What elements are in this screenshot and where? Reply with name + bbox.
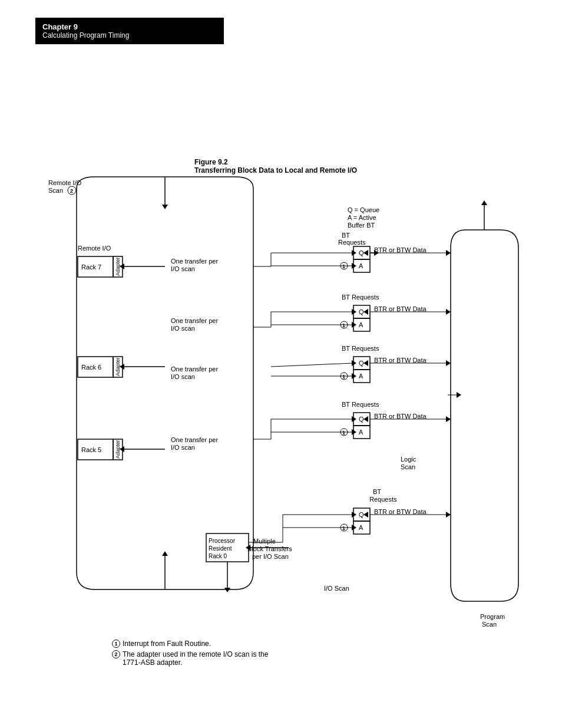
svg-text:Rack 5: Rack 5 [81,446,101,453]
svg-marker-27 [352,250,356,256]
svg-text:1: 1 [342,322,345,328]
svg-marker-107 [162,551,168,556]
svg-line-71 [271,363,353,367]
svg-text:BTR or BTW Data: BTR or BTW Data [374,305,427,312]
svg-text:Q: Q [359,360,364,367]
svg-text:One transfer per: One transfer per [171,365,218,373]
svg-text:BTR or BTW Data: BTR or BTW Data [374,246,427,253]
chapter-number: Chapter 9 [42,22,217,31]
svg-text:1: 1 [342,263,345,269]
svg-text:1: 1 [342,430,345,436]
svg-text:BTR or BTW Data: BTR or BTW Data [374,413,427,420]
svg-marker-132 [352,525,356,531]
svg-text:A: A [359,262,363,269]
svg-text:Requests: Requests [338,239,366,246]
svg-text:A: A [359,321,363,328]
svg-text:Block Transfers: Block Transfers [247,545,292,552]
svg-marker-62 [363,309,368,315]
svg-text:Logic: Logic [401,456,416,463]
svg-marker-99 [352,429,356,435]
svg-marker-63 [446,309,451,315]
svg-marker-29 [352,263,356,269]
svg-text:1: 1 [342,374,345,380]
svg-text:A: A [359,429,363,436]
svg-text:Requests: Requests [369,496,397,503]
svg-text:per I/O Scan: per I/O Scan [252,553,289,560]
svg-text:Q: Q [359,249,364,256]
svg-text:Buffer  BT: Buffer BT [348,222,375,229]
svg-marker-72 [352,360,356,366]
svg-marker-57 [352,322,356,328]
svg-text:BT: BT [373,488,381,495]
svg-text:Rack 7: Rack 7 [81,263,101,271]
svg-text:Resident: Resident [209,545,232,552]
svg-text:Q: Q [359,416,364,423]
svg-marker-37 [363,250,368,256]
svg-marker-5 [162,205,168,209]
svg-text:Rack 6: Rack 6 [81,364,101,371]
svg-marker-148 [457,392,461,398]
svg-marker-137 [363,512,368,518]
svg-text:I/O Scan: I/O Scan [324,585,349,592]
svg-text:Remote I/O: Remote I/O [78,245,111,252]
svg-text:A = Active: A = Active [348,214,376,221]
svg-text:Scan: Scan [401,463,415,470]
svg-text:BT Requests: BT Requests [342,294,379,301]
svg-text:Q = Queue: Q = Queue [348,206,379,213]
svg-text:2: 2 [70,188,73,194]
svg-text:BTR or BTW Data: BTR or BTW Data [374,508,427,515]
svg-text:1: 1 [342,525,345,531]
svg-text:I/O scan: I/O scan [171,373,195,380]
svg-marker-55 [352,309,356,315]
svg-text:BT Requests: BT Requests [342,401,379,408]
svg-text:One transfer per: One transfer per [171,317,218,324]
svg-text:Q: Q [359,511,364,518]
chapter-title: Calculating Program Timing [42,31,217,39]
svg-text:I/O scan: I/O scan [171,265,195,272]
svg-text:Q: Q [359,308,364,315]
svg-text:One transfer per: One transfer per [171,436,218,443]
svg-text:I/O scan: I/O scan [171,444,195,451]
svg-text:A: A [359,524,363,531]
svg-text:BT: BT [342,232,350,239]
svg-text:Rack 0: Rack 0 [209,553,227,559]
svg-text:Multiple: Multiple [253,538,276,545]
svg-text:Processor: Processor [209,538,236,544]
svg-text:Scan: Scan [482,621,497,628]
footnotes: 1 Interrupt from Fault Routine. 2 The ad… [112,640,268,668]
svg-marker-104 [363,416,368,422]
svg-marker-80 [446,360,451,366]
chapter-header: Chapter 9 Calculating Program Timing [35,18,224,44]
diagram-svg: Remote I/O Scan 2 Remote I/O Rack 7 Adap… [35,171,542,637]
svg-marker-79 [363,360,368,366]
figure-label: Figure 9.2 [194,158,357,166]
svg-marker-111 [481,200,487,205]
svg-text:BT Requests: BT Requests [342,345,379,352]
svg-text:I/O scan: I/O scan [171,325,195,332]
svg-text:A: A [359,373,363,380]
svg-marker-141 [224,588,230,592]
footnote-1: 1 Interrupt from Fault Routine. [112,640,268,648]
svg-marker-74 [352,373,356,379]
svg-text:Scan: Scan [48,187,63,194]
svg-marker-97 [352,416,356,422]
svg-text:BTR or BTW Data: BTR or BTW Data [374,357,427,364]
svg-text:Program: Program [480,613,505,620]
footnote-2: 2 The adapter used in the remote I/O sca… [112,650,268,667]
svg-marker-130 [352,512,356,518]
svg-text:One transfer per: One transfer per [171,258,218,265]
